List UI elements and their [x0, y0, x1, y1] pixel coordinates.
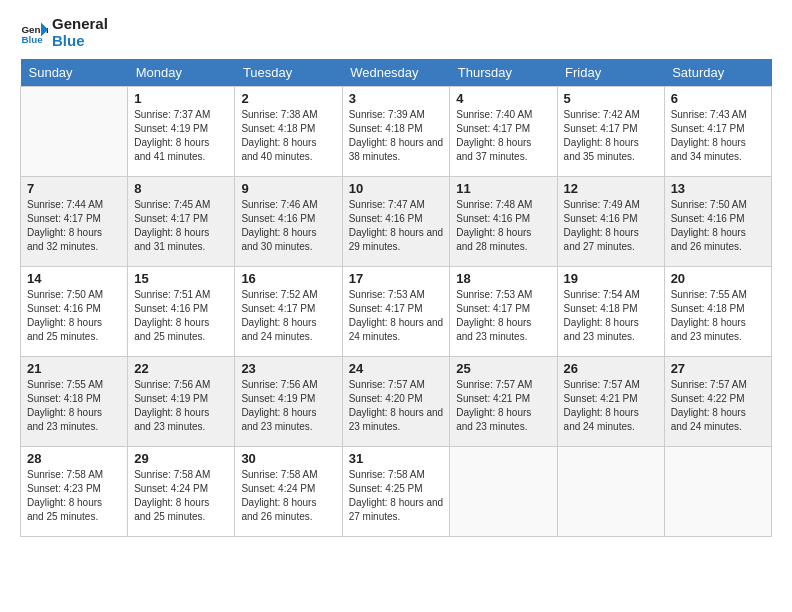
calendar-cell: 21Sunrise: 7:55 AMSunset: 4:18 PMDayligh… — [21, 357, 128, 447]
calendar-cell: 30Sunrise: 7:58 AMSunset: 4:24 PMDayligh… — [235, 447, 342, 537]
day-info: Sunrise: 7:37 AMSunset: 4:19 PMDaylight:… — [134, 108, 228, 164]
day-info: Sunrise: 7:53 AMSunset: 4:17 PMDaylight:… — [349, 288, 444, 344]
day-number: 7 — [27, 181, 121, 196]
calendar-cell — [557, 447, 664, 537]
day-info: Sunrise: 7:57 AMSunset: 4:22 PMDaylight:… — [671, 378, 765, 434]
calendar-cell: 16Sunrise: 7:52 AMSunset: 4:17 PMDayligh… — [235, 267, 342, 357]
day-number: 18 — [456, 271, 550, 286]
day-number: 8 — [134, 181, 228, 196]
day-info: Sunrise: 7:46 AMSunset: 4:16 PMDaylight:… — [241, 198, 335, 254]
calendar-cell: 2Sunrise: 7:38 AMSunset: 4:18 PMDaylight… — [235, 87, 342, 177]
day-number: 5 — [564, 91, 658, 106]
day-info: Sunrise: 7:43 AMSunset: 4:17 PMDaylight:… — [671, 108, 765, 164]
day-info: Sunrise: 7:58 AMSunset: 4:25 PMDaylight:… — [349, 468, 444, 524]
day-number: 19 — [564, 271, 658, 286]
calendar-cell: 1Sunrise: 7:37 AMSunset: 4:19 PMDaylight… — [128, 87, 235, 177]
day-info: Sunrise: 7:58 AMSunset: 4:24 PMDaylight:… — [241, 468, 335, 524]
weekday-header-saturday: Saturday — [664, 59, 771, 87]
calendar-cell: 10Sunrise: 7:47 AMSunset: 4:16 PMDayligh… — [342, 177, 450, 267]
day-number: 26 — [564, 361, 658, 376]
weekday-header-row: SundayMondayTuesdayWednesdayThursdayFrid… — [21, 59, 772, 87]
calendar-table: SundayMondayTuesdayWednesdayThursdayFrid… — [20, 59, 772, 537]
day-number: 28 — [27, 451, 121, 466]
day-info: Sunrise: 7:48 AMSunset: 4:16 PMDaylight:… — [456, 198, 550, 254]
day-info: Sunrise: 7:57 AMSunset: 4:21 PMDaylight:… — [564, 378, 658, 434]
calendar-cell: 26Sunrise: 7:57 AMSunset: 4:21 PMDayligh… — [557, 357, 664, 447]
calendar-cell: 8Sunrise: 7:45 AMSunset: 4:17 PMDaylight… — [128, 177, 235, 267]
logo: General Blue General Blue — [20, 16, 108, 49]
calendar-cell: 14Sunrise: 7:50 AMSunset: 4:16 PMDayligh… — [21, 267, 128, 357]
calendar-cell: 11Sunrise: 7:48 AMSunset: 4:16 PMDayligh… — [450, 177, 557, 267]
day-number: 6 — [671, 91, 765, 106]
day-info: Sunrise: 7:38 AMSunset: 4:18 PMDaylight:… — [241, 108, 335, 164]
day-info: Sunrise: 7:49 AMSunset: 4:16 PMDaylight:… — [564, 198, 658, 254]
calendar-cell: 22Sunrise: 7:56 AMSunset: 4:19 PMDayligh… — [128, 357, 235, 447]
day-number: 9 — [241, 181, 335, 196]
week-row-5: 28Sunrise: 7:58 AMSunset: 4:23 PMDayligh… — [21, 447, 772, 537]
calendar-cell: 6Sunrise: 7:43 AMSunset: 4:17 PMDaylight… — [664, 87, 771, 177]
day-number: 20 — [671, 271, 765, 286]
week-row-3: 14Sunrise: 7:50 AMSunset: 4:16 PMDayligh… — [21, 267, 772, 357]
day-info: Sunrise: 7:58 AMSunset: 4:24 PMDaylight:… — [134, 468, 228, 524]
day-number: 27 — [671, 361, 765, 376]
calendar-cell: 3Sunrise: 7:39 AMSunset: 4:18 PMDaylight… — [342, 87, 450, 177]
day-number: 22 — [134, 361, 228, 376]
calendar-cell — [21, 87, 128, 177]
calendar-cell: 24Sunrise: 7:57 AMSunset: 4:20 PMDayligh… — [342, 357, 450, 447]
day-info: Sunrise: 7:42 AMSunset: 4:17 PMDaylight:… — [564, 108, 658, 164]
logo-icon: General Blue — [20, 19, 48, 47]
calendar-cell: 20Sunrise: 7:55 AMSunset: 4:18 PMDayligh… — [664, 267, 771, 357]
day-number: 17 — [349, 271, 444, 286]
calendar-cell: 4Sunrise: 7:40 AMSunset: 4:17 PMDaylight… — [450, 87, 557, 177]
weekday-header-wednesday: Wednesday — [342, 59, 450, 87]
weekday-header-friday: Friday — [557, 59, 664, 87]
day-number: 1 — [134, 91, 228, 106]
logo-blue: Blue — [52, 33, 108, 50]
calendar-cell: 9Sunrise: 7:46 AMSunset: 4:16 PMDaylight… — [235, 177, 342, 267]
calendar-cell: 17Sunrise: 7:53 AMSunset: 4:17 PMDayligh… — [342, 267, 450, 357]
weekday-header-thursday: Thursday — [450, 59, 557, 87]
week-row-1: 1Sunrise: 7:37 AMSunset: 4:19 PMDaylight… — [21, 87, 772, 177]
calendar-cell: 19Sunrise: 7:54 AMSunset: 4:18 PMDayligh… — [557, 267, 664, 357]
day-number: 29 — [134, 451, 228, 466]
calendar-cell: 18Sunrise: 7:53 AMSunset: 4:17 PMDayligh… — [450, 267, 557, 357]
day-info: Sunrise: 7:55 AMSunset: 4:18 PMDaylight:… — [671, 288, 765, 344]
day-info: Sunrise: 7:44 AMSunset: 4:17 PMDaylight:… — [27, 198, 121, 254]
calendar-cell: 29Sunrise: 7:58 AMSunset: 4:24 PMDayligh… — [128, 447, 235, 537]
day-info: Sunrise: 7:56 AMSunset: 4:19 PMDaylight:… — [241, 378, 335, 434]
calendar-cell: 7Sunrise: 7:44 AMSunset: 4:17 PMDaylight… — [21, 177, 128, 267]
calendar-cell: 13Sunrise: 7:50 AMSunset: 4:16 PMDayligh… — [664, 177, 771, 267]
logo-general: General — [52, 16, 108, 33]
day-info: Sunrise: 7:47 AMSunset: 4:16 PMDaylight:… — [349, 198, 444, 254]
calendar-cell: 25Sunrise: 7:57 AMSunset: 4:21 PMDayligh… — [450, 357, 557, 447]
weekday-header-sunday: Sunday — [21, 59, 128, 87]
day-info: Sunrise: 7:57 AMSunset: 4:21 PMDaylight:… — [456, 378, 550, 434]
day-number: 24 — [349, 361, 444, 376]
day-number: 30 — [241, 451, 335, 466]
day-number: 14 — [27, 271, 121, 286]
calendar-cell — [450, 447, 557, 537]
day-info: Sunrise: 7:55 AMSunset: 4:18 PMDaylight:… — [27, 378, 121, 434]
day-info: Sunrise: 7:56 AMSunset: 4:19 PMDaylight:… — [134, 378, 228, 434]
svg-text:Blue: Blue — [21, 33, 43, 44]
day-number: 25 — [456, 361, 550, 376]
day-info: Sunrise: 7:52 AMSunset: 4:17 PMDaylight:… — [241, 288, 335, 344]
week-row-4: 21Sunrise: 7:55 AMSunset: 4:18 PMDayligh… — [21, 357, 772, 447]
day-number: 31 — [349, 451, 444, 466]
calendar-cell — [664, 447, 771, 537]
day-info: Sunrise: 7:57 AMSunset: 4:20 PMDaylight:… — [349, 378, 444, 434]
day-info: Sunrise: 7:39 AMSunset: 4:18 PMDaylight:… — [349, 108, 444, 164]
day-number: 3 — [349, 91, 444, 106]
day-number: 10 — [349, 181, 444, 196]
day-number: 23 — [241, 361, 335, 376]
day-number: 21 — [27, 361, 121, 376]
day-number: 4 — [456, 91, 550, 106]
day-info: Sunrise: 7:51 AMSunset: 4:16 PMDaylight:… — [134, 288, 228, 344]
day-info: Sunrise: 7:40 AMSunset: 4:17 PMDaylight:… — [456, 108, 550, 164]
day-info: Sunrise: 7:54 AMSunset: 4:18 PMDaylight:… — [564, 288, 658, 344]
day-number: 16 — [241, 271, 335, 286]
day-info: Sunrise: 7:45 AMSunset: 4:17 PMDaylight:… — [134, 198, 228, 254]
calendar-cell: 28Sunrise: 7:58 AMSunset: 4:23 PMDayligh… — [21, 447, 128, 537]
day-number: 11 — [456, 181, 550, 196]
calendar-cell: 5Sunrise: 7:42 AMSunset: 4:17 PMDaylight… — [557, 87, 664, 177]
